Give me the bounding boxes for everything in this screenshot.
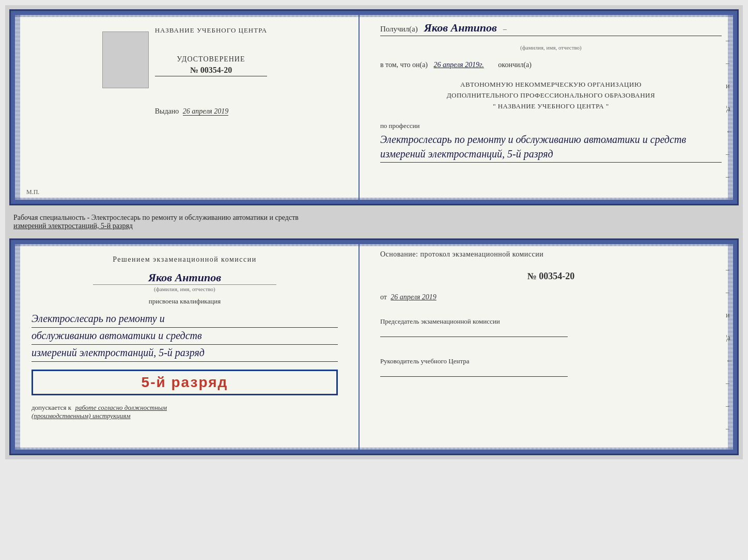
grade-badge: 5-й разряд	[32, 370, 338, 395]
fio-label-top: (фамилия, имя, отчество)	[380, 44, 722, 51]
left-content-wrapper: НАЗВАНИЕ УЧЕБНОГО ЦЕНТРА УДОСТОВЕРЕНИЕ №…	[102, 26, 267, 116]
profession-block-bottom: Электрослесарь по ремонту и обслуживанию…	[32, 311, 338, 362]
cert-number: № 00354-20	[155, 66, 267, 76]
chairman-signature-line	[380, 337, 568, 337]
director-signature-line	[380, 376, 568, 377]
in-that-line: в том, что он(а) 26 апреля 2019г. окончи…	[380, 61, 722, 69]
chairman-title: Председатель экзаменационной комиссии	[380, 317, 722, 326]
photo-placeholder	[102, 26, 149, 88]
between-docs-text: Рабочая специальность - Электрослесарь п…	[9, 212, 739, 232]
director-block: Руководитель учебного Центра	[380, 357, 722, 379]
doc-bottom-left-panel: Решением экзаменационной комиссии Яков А…	[11, 240, 360, 454]
completed-suffix: окончил(а)	[498, 61, 532, 69]
grade-text: 5-й разряд	[142, 374, 228, 390]
name-block-bottom: Яков Антипов (фамилия, имя, отчество)	[32, 271, 338, 292]
right-marks-top: – – и ¦а ← – –	[726, 37, 733, 181]
between-text-line1: Рабочая специальность - Электрослесарь п…	[13, 214, 299, 221]
cert-label: УДОСТОВЕРЕНИЕ	[155, 55, 267, 63]
director-title: Руководитель учебного Центра	[380, 357, 722, 366]
profession-line2: обслуживанию автоматики и средств	[32, 328, 338, 345]
document-bottom: Решением экзаменационной комиссии Яков А…	[9, 238, 739, 455]
doc-top-right-panel: Получил(а) Яков Антипов – (фамилия, имя,…	[360, 11, 737, 204]
received-prefix: Получил(а)	[380, 25, 418, 33]
profession-line1: Электрослесарь по ремонту и	[32, 311, 338, 328]
protocol-date: от 26 апреля 2019	[380, 293, 722, 301]
issued-text: Выдано	[155, 107, 179, 115]
document-top: НАЗВАНИЕ УЧЕБНОГО ЦЕНТРА УДОСТОВЕРЕНИЕ №…	[9, 9, 739, 205]
fio-label-bottom: (фамилия, имя, отчество)	[93, 284, 277, 292]
profession-line3: измерений электростанций, 5-й разряд	[32, 345, 338, 362]
name-handwritten-bottom: Яков Антипов	[32, 271, 338, 284]
допускается-prefix: допускается к	[32, 404, 71, 411]
protocol-number-bottom: № 00354-20	[380, 271, 722, 282]
right-marks-bottom: – – и ¦а ← – – – –	[726, 266, 733, 456]
between-text-line2: измерений электростанций, 5-й разряд	[13, 222, 133, 230]
org-block: АВТОНОМНУЮ НЕКОММЕРЧЕСКУЮ ОРГАНИЗАЦИЮ ДО…	[380, 79, 722, 111]
dash-after-name: –	[503, 25, 507, 33]
profession-block-top: по профессии Электрослесарь по ремонту и…	[380, 122, 722, 163]
date-prefix: от	[380, 293, 387, 301]
decision-title: Решением экзаменационной комиссии	[32, 255, 338, 264]
in-that-date: 26 апреля 2019г.	[434, 61, 484, 69]
допускается-main: работе согласно должностным	[75, 404, 167, 411]
in-that-prefix: в том, что он(а)	[380, 61, 428, 69]
chairman-block: Председатель экзаменационной комиссии	[380, 317, 722, 339]
issued-date: 26 апреля 2019	[183, 107, 228, 116]
org-line1: АВТОНОМНУЮ НЕКОММЕРЧЕСКУЮ ОРГАНИЗАЦИЮ	[380, 79, 722, 90]
profession-text: Электрослесарь по ремонту и обслуживанию…	[380, 132, 722, 163]
recipient-name: Яков Антипов	[424, 21, 497, 34]
cert-content: НАЗВАНИЕ УЧЕБНОГО ЦЕНТРА УДОСТОВЕРЕНИЕ №…	[155, 26, 267, 116]
basis-block: Основание: протокол экзаменационной коми…	[380, 250, 722, 259]
cert-number-block: УДОСТОВЕРЕНИЕ № 00354-20	[155, 55, 267, 76]
doc-bottom-right-panel: Основание: протокол экзаменационной коми…	[360, 240, 737, 454]
page-wrapper: НАЗВАНИЕ УЧЕБНОГО ЦЕНТРА УДОСТОВЕРЕНИЕ №…	[5, 5, 743, 459]
recipient-line: Получил(а) Яков Антипов –	[380, 21, 722, 36]
допускается-block: допускается к работе согласно должностны…	[32, 404, 338, 420]
mp-label: М.П.	[26, 188, 39, 196]
issued-block: Выдано 26 апреля 2019	[155, 107, 267, 116]
profession-label: по профессии	[380, 122, 722, 130]
org-line2: ДОПОЛНИТЕЛЬНОГО ПРОФЕССИОНАЛЬНОГО ОБРАЗО…	[380, 90, 722, 101]
doc-top-left-panel: НАЗВАНИЕ УЧЕБНОГО ЦЕНТРА УДОСТОВЕРЕНИЕ №…	[11, 11, 360, 204]
qualification-label: присвоена квалификация	[32, 297, 338, 306]
protocol-date-value: 26 апреля 2019	[391, 293, 436, 301]
center-title-left: НАЗВАНИЕ УЧЕБНОГО ЦЕНТРА	[155, 26, 267, 35]
допускается-suffix: (производственным) инструкциям	[32, 412, 131, 420]
org-line3: " НАЗВАНИЕ УЧЕБНОГО ЦЕНТРА "	[380, 101, 722, 112]
